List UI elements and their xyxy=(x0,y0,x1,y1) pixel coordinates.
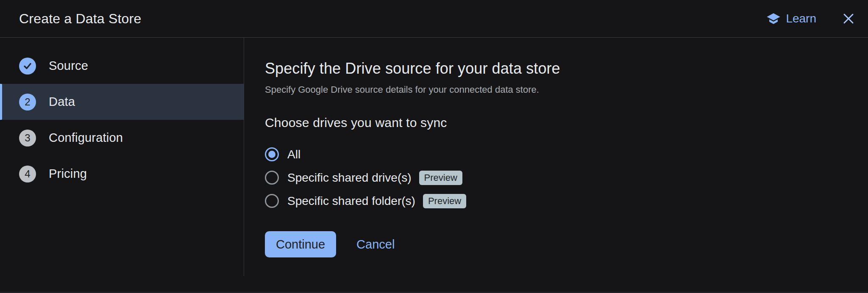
step-source-badge xyxy=(19,58,36,75)
step-pricing-badge: 4 xyxy=(19,166,36,182)
create-data-store-dialog: Create a Data Store Learn Source 2 xyxy=(0,0,868,293)
learn-link[interactable]: Learn xyxy=(766,11,816,26)
step-configuration[interactable]: 3 Configuration xyxy=(0,120,244,156)
radio-button-shared-folders[interactable] xyxy=(265,194,279,208)
continue-button[interactable]: Continue xyxy=(265,231,336,257)
dialog-header: Create a Data Store Learn xyxy=(0,0,868,38)
radio-label-shared-drives: Specific shared drive(s) xyxy=(287,171,412,185)
drive-sync-radio-group: All Specific shared drive(s) Preview Spe… xyxy=(265,143,868,213)
step-data-badge: 2 xyxy=(19,94,36,111)
learn-label: Learn xyxy=(786,12,816,25)
radio-option-shared-folders[interactable]: Specific shared folder(s) Preview xyxy=(265,189,868,213)
page-title: Specify the Drive source for your data s… xyxy=(265,60,868,77)
sidebar-divider xyxy=(244,38,244,276)
graduation-cap-icon xyxy=(766,11,781,26)
close-icon xyxy=(842,12,855,25)
radio-option-all[interactable]: All xyxy=(265,143,868,166)
cancel-button[interactable]: Cancel xyxy=(354,233,397,256)
close-button[interactable] xyxy=(841,11,856,26)
step-content: Specify the Drive source for your data s… xyxy=(265,38,868,293)
radio-button-all[interactable] xyxy=(265,147,279,161)
radio-option-shared-drives[interactable]: Specific shared drive(s) Preview xyxy=(265,166,868,189)
dialog-title: Create a Data Store xyxy=(19,11,766,27)
action-buttons: Continue Cancel xyxy=(265,231,868,257)
radio-label-shared-folders: Specific shared folder(s) xyxy=(287,194,415,208)
radio-button-shared-drives[interactable] xyxy=(265,171,279,185)
radio-label-all: All xyxy=(287,148,300,161)
step-source[interactable]: Source xyxy=(0,48,244,84)
step-data-label: Data xyxy=(49,95,75,109)
sync-section-title: Choose drives you want to sync xyxy=(265,116,868,130)
step-configuration-badge: 3 xyxy=(19,130,36,146)
preview-badge-shared-drives: Preview xyxy=(419,171,462,185)
step-pricing[interactable]: 4 Pricing xyxy=(0,156,244,192)
step-configuration-label: Configuration xyxy=(49,131,123,145)
preview-badge-shared-folders: Preview xyxy=(423,194,466,208)
wizard-stepper: Source 2 Data 3 Configuration 4 Pricing xyxy=(0,38,244,192)
check-icon xyxy=(22,61,33,71)
page-subtitle: Specify Google Drive source details for … xyxy=(265,84,868,95)
step-source-label: Source xyxy=(49,59,88,73)
step-data[interactable]: 2 Data xyxy=(0,84,244,120)
step-pricing-label: Pricing xyxy=(49,167,87,181)
